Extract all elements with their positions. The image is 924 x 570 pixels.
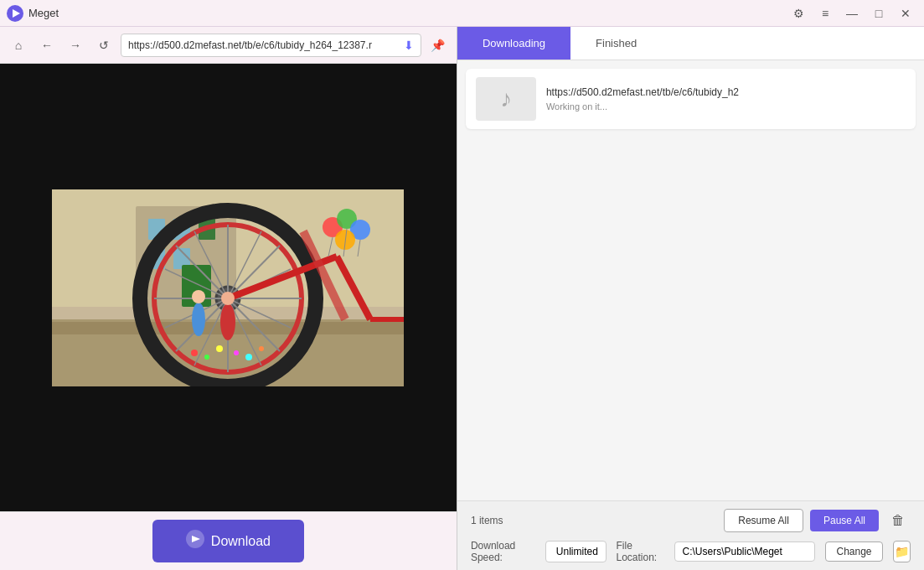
bottom-bar: 1 items Resume All Pause All 🗑 Download … (457, 500, 924, 570)
video-thumbnail (52, 189, 404, 386)
video-area (0, 64, 457, 511)
download-item: ♪ https://d500.d2mefast.net/tb/e/c6/tubi… (466, 69, 916, 129)
download-info: https://d500.d2mefast.net/tb/e/c6/tubidy… (546, 86, 906, 111)
tab-finished[interactable]: Finished (570, 27, 662, 60)
browser-pane: ⌂ ← → ↺ ⬇ 📌 (0, 27, 457, 570)
trash-button[interactable]: 🗑 (885, 508, 911, 533)
settings-button[interactable]: ⚙ (787, 2, 810, 25)
title-bar: Meget ⚙ ≡ — □ ✕ (0, 0, 924, 27)
svg-point-30 (221, 292, 235, 305)
tabs: Downloading Finished (457, 27, 924, 60)
bottom-row2: Download Speed: Unlimited File Location:… (471, 540, 911, 563)
main-container: ⌂ ← → ↺ ⬇ 📌 (0, 27, 924, 570)
download-address-icon[interactable]: ⬇ (404, 39, 414, 52)
change-button[interactable]: Change (825, 542, 882, 562)
svg-point-34 (234, 350, 239, 355)
bottom-row1: 1 items Resume All Pause All 🗑 (471, 508, 911, 533)
file-location-label: File Location: (617, 540, 665, 563)
minimize-button[interactable]: — (840, 2, 864, 25)
file-location-input[interactable] (674, 542, 815, 562)
download-url: https://d500.d2mefast.net/tb/e/c6/tubidy… (546, 86, 906, 98)
items-count: 1 items (471, 515, 503, 526)
menu-button[interactable]: ≡ (813, 2, 837, 25)
refresh-button[interactable]: ↺ (92, 34, 116, 57)
svg-point-31 (191, 350, 198, 356)
close-button[interactable]: ✕ (894, 2, 917, 25)
address-input[interactable] (128, 39, 404, 51)
download-btn-label: Download (211, 534, 271, 549)
download-pane: Downloading Finished ♪ https://d500.d2me… (457, 27, 924, 570)
svg-point-29 (220, 303, 235, 340)
window-controls: ⚙ ≡ — □ ✕ (787, 2, 917, 25)
download-button-area: Download (0, 511, 457, 570)
address-input-wrapper: ⬇ (121, 34, 421, 57)
music-icon: ♪ (500, 86, 512, 112)
home-button[interactable]: ⌂ (7, 34, 30, 57)
pause-all-button[interactable]: Pause All (810, 510, 879, 531)
resume-all-button[interactable]: Resume All (724, 509, 803, 532)
bookmark-button[interactable]: 📌 (426, 34, 450, 57)
download-status: Working on it... (546, 101, 906, 111)
svg-point-36 (259, 346, 264, 351)
app-title: Meget (28, 7, 787, 19)
svg-point-28 (192, 290, 205, 303)
forward-button[interactable]: → (64, 34, 87, 57)
address-bar: ⌂ ← → ↺ ⬇ 📌 (0, 27, 457, 64)
speed-select-wrapper: Unlimited (545, 541, 607, 562)
folder-button[interactable]: 📁 (893, 541, 911, 562)
svg-point-35 (245, 354, 252, 360)
svg-point-33 (216, 345, 223, 352)
download-thumbnail: ♪ (476, 77, 536, 121)
speed-select[interactable]: Unlimited (546, 542, 607, 562)
download-button[interactable]: Download (152, 520, 304, 562)
download-speed-label: Download Speed: (471, 540, 535, 563)
tab-downloading[interactable]: Downloading (457, 27, 570, 60)
bottom-actions: Resume All Pause All 🗑 (724, 508, 911, 533)
download-list: ♪ https://d500.d2mefast.net/tb/e/c6/tubi… (457, 60, 924, 500)
svg-point-32 (204, 355, 209, 360)
back-button[interactable]: ← (35, 34, 59, 57)
download-btn-icon (186, 530, 204, 552)
folder-icon: 📁 (895, 545, 909, 558)
maximize-button[interactable]: □ (867, 2, 890, 25)
svg-point-27 (192, 303, 205, 336)
app-icon (7, 5, 23, 22)
